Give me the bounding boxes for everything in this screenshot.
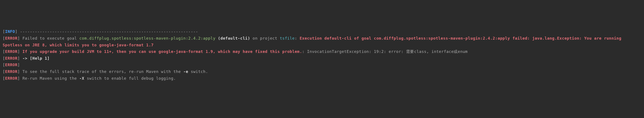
bracket-open: [ [2, 56, 5, 61]
bracket-open: [ [2, 29, 5, 34]
bracket-open: [ [2, 69, 5, 74]
default-cli: (default-cli) [216, 36, 250, 40]
rerun-suffix: switch to enable full debug logging. [84, 76, 176, 81]
plugin-name: com.diffplug.spotless:spotless-maven-plu… [79, 36, 216, 40]
bracket-close: ] [18, 69, 20, 74]
log-line-error-empty: [ERROR] [2, 62, 642, 68]
stacktrace-suffix: switch. [188, 69, 208, 74]
colon: : [295, 36, 300, 40]
error-tag: ERROR [5, 62, 18, 67]
error-message-upgrade: If you upgrade your build JVM to 11+, th… [20, 49, 302, 54]
bracket-close: ] [18, 36, 20, 40]
bracket-open: [ [2, 76, 5, 81]
bracket-close: ] [18, 49, 20, 54]
help-link: -> [Help 1] [20, 56, 50, 61]
error-tag: ERROR [5, 49, 18, 54]
error-tag: ERROR [5, 76, 18, 81]
error-suffix: : InvocationTargetException: 19:2: error… [302, 49, 468, 54]
bracket-open: [ [2, 49, 5, 54]
stacktrace-text: To see the full stack trace of the error… [20, 69, 183, 74]
bracket-close: ] [18, 76, 20, 81]
bracket-close: ] [15, 29, 18, 34]
on-project-text: on project [250, 36, 280, 40]
switch-e: -e [184, 69, 188, 74]
log-line-error-debug: [ERROR] Re-run Maven using the -X switch… [2, 75, 642, 82]
separator-text: ----------------------------------------… [18, 29, 198, 34]
switch-x: -X [79, 76, 84, 81]
bracket-open: [ [2, 62, 5, 67]
log-line-error-help: [ERROR] -> [Help 1] [2, 55, 642, 62]
log-line-error-upgrade: [ERROR] If you upgrade your build JVM to… [2, 48, 642, 55]
info-tag: INFO [5, 29, 15, 34]
log-line-error-stacktrace: [ERROR] To see the full stack trace of t… [2, 68, 642, 75]
error-tag: ERROR [5, 56, 18, 61]
bracket-close: ] [18, 62, 20, 67]
bracket-close: ] [18, 56, 20, 61]
error-prefix: Failed to execute goal [20, 36, 79, 40]
error-tag: ERROR [5, 69, 18, 74]
log-line-error-goal: [ERROR] Failed to execute goal com.diffp… [2, 35, 642, 48]
rerun-text: Re-run Maven using the [20, 76, 79, 81]
bracket-open: [ [2, 36, 5, 40]
project-name: tsfile [280, 36, 295, 40]
log-line-info-separator: [INFO] ---------------------------------… [2, 28, 642, 35]
error-tag: ERROR [5, 36, 18, 40]
